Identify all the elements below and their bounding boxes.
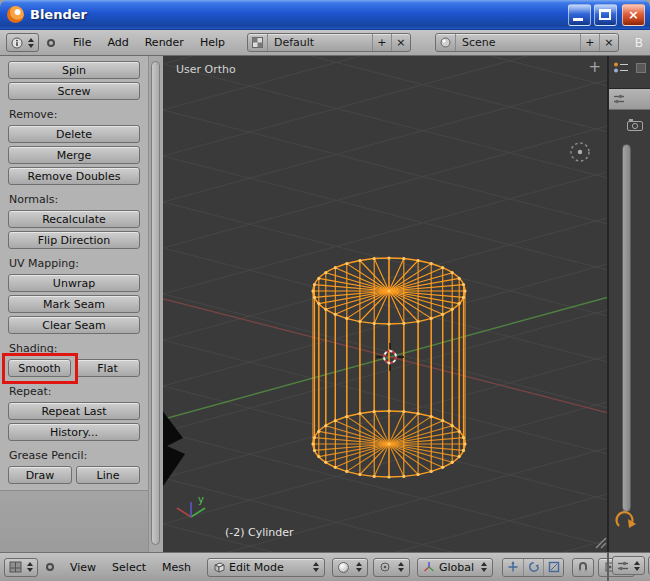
menu-view[interactable]: View	[62, 561, 104, 574]
right-panel-strip	[607, 56, 650, 552]
header-divider	[607, 552, 609, 581]
maximize-button[interactable]	[594, 4, 617, 26]
tool-button-spin[interactable]: Spin	[8, 61, 140, 79]
object-info-label: (-2) Cylinder	[225, 526, 294, 539]
tool-button-smooth[interactable]: Smooth	[8, 359, 71, 377]
editor-select-arrows-icon	[27, 562, 33, 572]
screen-name-field[interactable]: Default	[267, 34, 372, 51]
info-editor-icon	[11, 37, 23, 49]
tool-button-screw[interactable]: Screw	[8, 82, 140, 100]
tool-shelf: Spin Screw Remove: Delete Merge Remove D…	[0, 56, 148, 552]
scene-add-button[interactable]: +	[580, 34, 599, 51]
section-label-remove: Remove:	[9, 108, 148, 121]
editor-type-select-3dview[interactable]	[4, 558, 38, 577]
screen-layout-selector: Default + ×	[247, 33, 411, 52]
maximize-icon	[599, 9, 611, 20]
manipulator-scale-button[interactable]	[543, 559, 563, 576]
scene-name-field[interactable]: Scene	[455, 34, 580, 51]
tool-button-draw[interactable]: Draw	[8, 466, 72, 484]
tool-button-flip-direction[interactable]: Flip Direction	[8, 231, 140, 249]
orientation-value: Global	[439, 561, 474, 574]
snap-magnet-button[interactable]	[572, 558, 594, 577]
minimize-button[interactable]	[568, 4, 591, 26]
outliner-item-icon[interactable]	[613, 61, 629, 75]
manipulator-rotate-button[interactable]	[523, 559, 543, 576]
scale-icon	[548, 561, 560, 573]
menu-select[interactable]: Select	[104, 561, 154, 574]
add-region-icon[interactable]: +	[588, 58, 601, 76]
screen-add-button[interactable]: +	[372, 34, 391, 51]
manipulator-translate-button[interactable]	[503, 559, 523, 576]
tool-button-history[interactable]: History...	[8, 423, 140, 441]
tool-button-flat[interactable]: Flat	[75, 359, 140, 377]
editor-type-select-info[interactable]	[6, 33, 39, 52]
pivot-point-select[interactable]	[373, 558, 410, 577]
menu-collapse-toggle[interactable]	[46, 563, 54, 571]
editor-select-arrows-icon	[634, 561, 640, 571]
scene-unlink-button[interactable]: ×	[599, 34, 618, 51]
tool-button-line[interactable]: Line	[76, 466, 140, 484]
mode-select[interactable]: Edit Mode	[207, 558, 325, 577]
section-label-grease-pencil: Grease Pencil:	[9, 449, 148, 462]
tool-button-recalculate[interactable]: Recalculate	[8, 210, 140, 228]
pivot-select-arrows-icon	[398, 562, 404, 572]
tool-button-delete[interactable]: Delete	[8, 125, 140, 143]
editor-type-select-properties[interactable]	[612, 556, 645, 575]
screen-browse-button[interactable]	[248, 34, 267, 51]
close-icon: ×	[628, 8, 639, 21]
rotate-icon	[528, 561, 540, 573]
titlebar: Blender ×	[0, 0, 650, 30]
tool-button-mark-seam[interactable]: Mark Seam	[8, 295, 140, 313]
scene-browse-button[interactable]	[436, 34, 455, 51]
section-label-repeat: Repeat:	[9, 385, 148, 398]
section-label-uv-mapping: UV Mapping:	[9, 257, 148, 270]
viewport-canvas[interactable]	[163, 56, 607, 552]
shading-sphere-icon	[338, 562, 349, 573]
3dview-editor-icon	[9, 561, 22, 573]
section-label-shading: Shading:	[9, 342, 148, 355]
properties-header	[609, 89, 650, 110]
menu-render[interactable]: Render	[137, 36, 192, 49]
properties-editor-icon	[617, 560, 629, 572]
view-rotate-widget-icon[interactable]	[613, 506, 637, 535]
manipulator-group	[502, 558, 564, 577]
render-tab-camera-icon[interactable]	[627, 118, 643, 134]
tool-button-repeat-last[interactable]: Repeat Last	[8, 402, 140, 420]
translate-icon	[507, 561, 519, 573]
scene-icon	[440, 37, 451, 48]
info-header: File Add Render Help Default + × Scene +…	[0, 30, 650, 56]
orientation-arrows-icon	[481, 562, 487, 572]
menu-collapse-toggle[interactable]	[47, 39, 55, 47]
tool-shelf-scrollbar[interactable]	[148, 56, 163, 552]
version-text: B	[635, 36, 644, 50]
properties-bottom-header	[612, 556, 650, 575]
menu-help[interactable]: Help	[192, 36, 233, 49]
scene-selector: Scene + ×	[435, 33, 619, 52]
mode-select-arrows-icon	[313, 562, 319, 572]
transform-orientation-select[interactable]: Global	[417, 558, 493, 577]
tool-button-merge[interactable]: Merge	[8, 146, 140, 164]
magnet-icon	[577, 561, 589, 573]
blender-window: Blender × File Add Render Help Default +…	[0, 0, 650, 581]
tool-button-remove-doubles[interactable]: Remove Doubles	[8, 167, 140, 185]
tool-button-clear-seam[interactable]: Clear Seam	[8, 316, 140, 334]
menu-file[interactable]: File	[65, 36, 99, 49]
outliner-toggle-icon[interactable]	[636, 63, 646, 73]
properties-editor-icon[interactable]	[613, 93, 625, 105]
menu-mesh[interactable]: Mesh	[154, 561, 199, 574]
tool-button-unwrap[interactable]: Unwrap	[8, 274, 140, 292]
shading-select-arrows-icon	[356, 562, 362, 572]
viewport-shading-select[interactable]	[332, 558, 368, 577]
tool-shelf-scrollbar-thumb[interactable]	[151, 61, 160, 545]
section-label-normals: Normals:	[9, 193, 148, 206]
mini-axis-y-label: y	[198, 494, 204, 505]
view-mode-label: User Ortho	[176, 63, 236, 76]
mode-select-value: Edit Mode	[229, 561, 306, 574]
screen-unlink-button[interactable]: ×	[391, 34, 410, 51]
pivot-icon	[379, 561, 391, 573]
properties-scrollbar-thumb[interactable]	[622, 144, 631, 512]
editor-select-arrows-icon	[28, 38, 34, 48]
close-button[interactable]: ×	[622, 4, 645, 26]
tool-shelf-panels: Spin Screw Remove: Delete Merge Remove D…	[0, 56, 148, 490]
menu-add[interactable]: Add	[99, 36, 136, 49]
